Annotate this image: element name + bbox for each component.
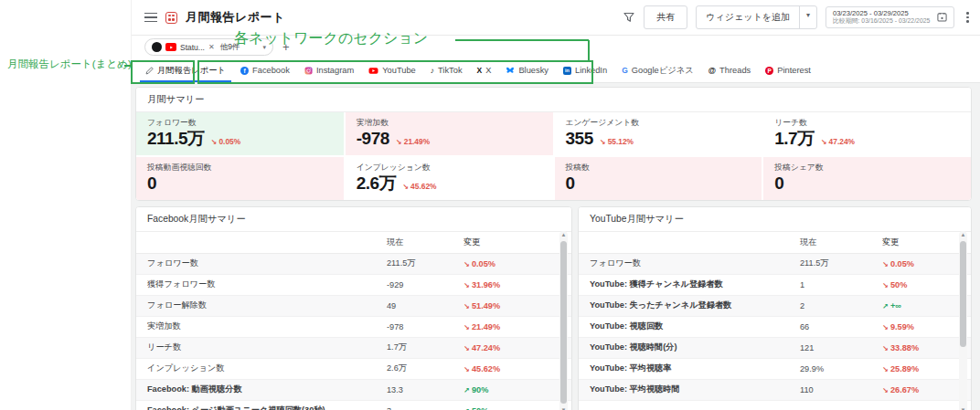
kpi-label: 投稿動画視聴回数 [147, 163, 333, 173]
network-summary-tables: Facebook月間サマリー 現在 変更 フォロワー数 211.5万 0.05% [135, 206, 972, 410]
tab-label: TikTok [438, 66, 463, 75]
toolbar-actions: 共有 ウィジェットを追加 ▾ 03/23/2025 - 03/29/2025 比… [623, 5, 973, 29]
scroll-up-icon[interactable]: ▲ [959, 231, 967, 239]
add-profile-button[interactable]: + [282, 41, 290, 53]
facebook-icon: f [240, 67, 249, 75]
tab-tiktok[interactable]: ♪ TikTok [425, 58, 468, 82]
bluesky-icon [506, 67, 515, 74]
filter-icon[interactable] [623, 11, 635, 24]
kpi-label: フォロワー数 [147, 118, 333, 129]
tab-label: LinkedIn [575, 66, 607, 75]
tab-label: Googleビジネス [632, 65, 694, 77]
tab-threads[interactable]: @ Threads [703, 58, 756, 82]
scroll-down-icon[interactable]: ▼ [959, 406, 967, 410]
tab-label: Facebook [252, 66, 290, 75]
kpi-tile-post-shares: 投稿シェア数 0 [763, 157, 971, 200]
kpi-tile-reach: リーチ数 1.7万 47.24% [763, 112, 971, 155]
scroll-down-icon[interactable]: ▼ [559, 406, 568, 410]
facebook-summary-card: Facebook月間サマリー 現在 変更 フォロワー数 211.5万 0.05% [135, 206, 572, 410]
tiktok-icon: ♪ [431, 67, 434, 75]
tab-label: X [485, 66, 491, 75]
kpi-value: 2.6万 [357, 174, 396, 194]
table-row: YouTube: 平均視聴時間 110 26.67% [579, 380, 971, 401]
tab-label: Instagram [316, 66, 354, 75]
table-row: YouTube: 獲得チャンネル登録者数 1 50% [579, 275, 971, 296]
menu-icon[interactable] [144, 13, 157, 23]
remove-profile-icon[interactable]: ✕ [208, 43, 215, 51]
tab-google-business[interactable]: G Googleビジネス [616, 58, 699, 82]
pinterest-icon: P [765, 67, 773, 75]
tab-label: Pinterest [777, 66, 811, 75]
column-header-current: 現在 [800, 237, 882, 248]
table-row: フォロー解除数 49 51.49% [136, 296, 571, 317]
tab-label: 月間報告レポート [157, 65, 226, 77]
annotation-line [124, 65, 131, 67]
tab-instagram[interactable]: Instagram [299, 58, 359, 82]
tab-label: Bluesky [518, 66, 549, 75]
report-content: 月間サマリー フォロワー数 211.5万 0.05% 実増加数 -978 21.… [132, 83, 980, 410]
tab-label: YouTube [382, 66, 416, 75]
tab-pinterest[interactable]: P Pinterest [760, 58, 816, 82]
profile-filter-bar: Statu... ✕ 他9件 ▾ + [132, 36, 980, 58]
monthly-summary-card: 月間サマリー フォロワー数 211.5万 0.05% 実増加数 -978 21.… [135, 87, 972, 201]
kpi-value: 355 [566, 130, 593, 149]
kpi-tile-engagement: エンゲージメント数 355 55.12% [555, 112, 762, 155]
kpi-value: 211.5万 [147, 130, 205, 149]
add-widget-button[interactable]: ウィジェットを追加 [697, 6, 799, 28]
tab-x[interactable]: X X [472, 58, 497, 82]
add-widget-split-button: ウィジェットを追加 ▾ [696, 5, 817, 29]
kpi-value: 0 [566, 174, 575, 194]
edit-pencil-icon [145, 67, 154, 75]
table-row: Facebook: 動画視聴分数 13.3 90% [136, 380, 571, 401]
date-range-current: 03/23/2025 - 03/29/2025 [833, 9, 931, 17]
google-icon: G [622, 67, 628, 75]
tab-facebook[interactable]: f Facebook [235, 58, 295, 82]
threads-icon: @ [708, 67, 716, 75]
date-range-picker[interactable]: 03/23/2025 - 03/29/2025 比較期間: 03/16/2025… [826, 6, 955, 28]
scrollbar-thumb[interactable] [560, 241, 567, 404]
facebook-table-scrollbar[interactable]: ▲ ▼ [559, 231, 568, 410]
table-row: YouTube: 平均視聴率 29.9% 25.89% [579, 359, 971, 380]
network-tab-bar: 月間報告レポート f Facebook Instagra [132, 58, 980, 83]
profile-filter-chip[interactable]: Statu... ✕ 他9件 ▾ [144, 38, 273, 56]
youtube-table-scrollbar[interactable]: ▲ ▼ [959, 231, 967, 410]
tab-linkedin[interactable]: in LinkedIn [558, 58, 612, 82]
kpi-label: インプレッション数 [357, 163, 542, 173]
table-row: Facebook: ページ動画ユニーク視聴回数(30秒) 3 50% [136, 401, 571, 410]
kpi-tile-followers: フォロワー数 211.5万 0.05% [136, 112, 344, 155]
kpi-value: 0 [774, 174, 783, 194]
tab-label: Threads [719, 66, 751, 75]
calendar-icon [937, 12, 947, 22]
share-button[interactable]: 共有 [644, 5, 687, 29]
add-widget-caret[interactable]: ▾ [799, 6, 816, 28]
linkedin-icon: in [563, 67, 571, 75]
kpi-value: 1.7万 [774, 130, 814, 149]
dashboard-canvas: 月間報告レポート 共有 ウィジェットを追加 ▾ 03/23/2025 - 03/… [0, 0, 980, 410]
table-row: リーチ数 1.7万 47.24% [136, 338, 571, 359]
date-range-compare: 比較期間: 03/16/2025 - 03/22/2025 [833, 17, 931, 26]
tab-bluesky[interactable]: Bluesky [500, 58, 554, 82]
tab-monthly-report[interactable]: 月間報告レポート [140, 58, 231, 82]
youtube-summary-title: YouTube月間サマリー [579, 207, 971, 232]
table-row: YouTube: 視聴回数 66 9.59% [579, 317, 971, 338]
scroll-up-icon[interactable]: ▲ [559, 231, 568, 239]
profile-avatar [152, 42, 162, 52]
column-header-current: 現在 [387, 237, 463, 248]
kpi-tile-video-views: 投稿動画視聴回数 0 [136, 157, 344, 200]
profile-chip-label: Statu... [180, 43, 205, 52]
tab-youtube[interactable]: YouTube [363, 58, 421, 82]
more-options-icon[interactable] [963, 10, 973, 25]
kpi-label: 投稿数 [566, 163, 751, 173]
youtube-profile-icon [165, 43, 176, 51]
kpi-tile-grid: フォロワー数 211.5万 0.05% 実増加数 -978 21.49% エンゲ… [136, 112, 971, 200]
kpi-trend: 21.49% [396, 137, 430, 146]
scrollbar-thumb[interactable] [960, 241, 966, 347]
facebook-summary-title: Facebook月間サマリー [136, 207, 571, 232]
profile-dropdown-caret-icon[interactable]: ▾ [262, 44, 266, 51]
kpi-trend: 55.12% [600, 137, 634, 146]
kpi-label: 投稿シェア数 [774, 163, 960, 173]
youtube-table-body: フォロワー数 211.5万 0.05% YouTube: 獲得チャンネル登録者数… [579, 254, 971, 401]
kpi-tile-net-growth: 実増加数 -978 21.49% [346, 112, 553, 155]
table-header-row: 現在 変更 [136, 232, 571, 254]
kpi-trend: 0.05% [211, 137, 241, 146]
